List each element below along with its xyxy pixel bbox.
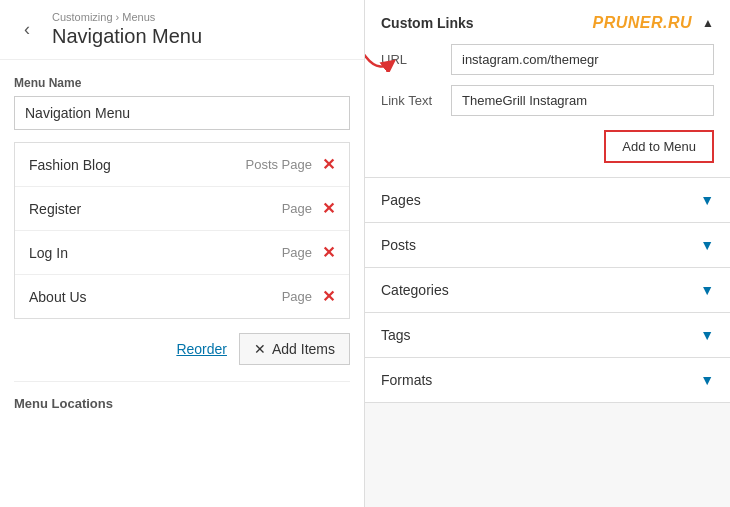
add-items-button[interactable]: ✕ Add Items [239, 333, 350, 365]
left-content: Menu Name Fashion Blog Posts Page ✕ Regi… [0, 60, 364, 507]
menu-item-right: Page ✕ [282, 199, 335, 218]
posts-section[interactable]: Posts ▼ [365, 223, 730, 268]
url-form-row: URL [381, 44, 714, 75]
tags-section[interactable]: Tags ▼ [365, 313, 730, 358]
back-arrow-icon: ‹ [24, 19, 30, 40]
menu-items-list: Fashion Blog Posts Page ✕ Register Page … [14, 142, 350, 319]
menu-item-right: Posts Page ✕ [246, 155, 336, 174]
menu-item-name: About Us [29, 289, 87, 305]
red-arrow-icon [365, 42, 396, 72]
pages-chevron-icon: ▼ [700, 192, 714, 208]
table-row[interactable]: Log In Page ✕ [15, 231, 349, 275]
menu-item-type: Page [282, 289, 312, 304]
menu-item-name: Register [29, 201, 81, 217]
categories-label: Categories [381, 282, 449, 298]
remove-fashion-blog-button[interactable]: ✕ [322, 155, 335, 174]
table-row[interactable]: Register Page ✕ [15, 187, 349, 231]
formats-label: Formats [381, 372, 432, 388]
formats-section[interactable]: Formats ▼ [365, 358, 730, 403]
menu-name-label: Menu Name [14, 76, 350, 90]
link-text-label: Link Text [381, 93, 451, 108]
formats-chevron-icon: ▼ [700, 372, 714, 388]
categories-chevron-icon: ▼ [700, 282, 714, 298]
menu-actions: Reorder ✕ Add Items [14, 333, 350, 365]
custom-links-header: Custom Links PRUNER.RU ▲ [381, 14, 714, 32]
watermark-text: PRUNER.RU [592, 14, 692, 32]
pages-section[interactable]: Pages ▼ [365, 178, 730, 223]
remove-register-button[interactable]: ✕ [322, 199, 335, 218]
pages-label: Pages [381, 192, 421, 208]
posts-label: Posts [381, 237, 416, 253]
reorder-link[interactable]: Reorder [176, 341, 227, 357]
breadcrumb-menus[interactable]: Menus [122, 11, 155, 23]
menu-item-type: Page [282, 201, 312, 216]
tags-chevron-icon: ▼ [700, 327, 714, 343]
menu-locations-label: Menu Locations [14, 381, 350, 411]
menu-item-type: Posts Page [246, 157, 313, 172]
menu-item-name: Fashion Blog [29, 157, 111, 173]
menu-item-type: Page [282, 245, 312, 260]
add-items-label: Add Items [272, 341, 335, 357]
menu-item-right: Page ✕ [282, 243, 335, 262]
link-text-form-row: Link Text [381, 85, 714, 116]
menu-item-name: Log In [29, 245, 68, 261]
breadcrumb-area: Customizing › Menus Navigation Menu [52, 11, 202, 48]
custom-links-collapse-button[interactable]: ▲ [702, 16, 714, 30]
custom-links-title: Custom Links [381, 15, 474, 31]
right-panel: Custom Links PRUNER.RU ▲ URL Link Te [365, 0, 730, 507]
menu-name-input[interactable] [14, 96, 350, 130]
add-to-menu-button[interactable]: Add to Menu [604, 130, 714, 163]
url-input[interactable] [451, 44, 714, 75]
page-title: Navigation Menu [52, 25, 202, 48]
breadcrumb: Customizing › Menus [52, 11, 202, 23]
table-row[interactable]: Fashion Blog Posts Page ✕ [15, 143, 349, 187]
back-button[interactable]: ‹ [12, 15, 42, 45]
breadcrumb-customizing[interactable]: Customizing [52, 11, 113, 23]
link-text-input[interactable] [451, 85, 714, 116]
back-header: ‹ Customizing › Menus Navigation Menu [0, 0, 364, 60]
menu-item-right: Page ✕ [282, 287, 335, 306]
expandable-sections: Pages ▼ Posts ▼ Categories ▼ Tags ▼ Form… [365, 178, 730, 507]
left-panel: ‹ Customizing › Menus Navigation Menu Me… [0, 0, 365, 507]
remove-aboutus-button[interactable]: ✕ [322, 287, 335, 306]
custom-links-section: Custom Links PRUNER.RU ▲ URL Link Te [365, 0, 730, 178]
add-items-x-icon: ✕ [254, 341, 266, 357]
categories-section[interactable]: Categories ▼ [365, 268, 730, 313]
tags-label: Tags [381, 327, 411, 343]
table-row[interactable]: About Us Page ✕ [15, 275, 349, 318]
posts-chevron-icon: ▼ [700, 237, 714, 253]
remove-login-button[interactable]: ✕ [322, 243, 335, 262]
